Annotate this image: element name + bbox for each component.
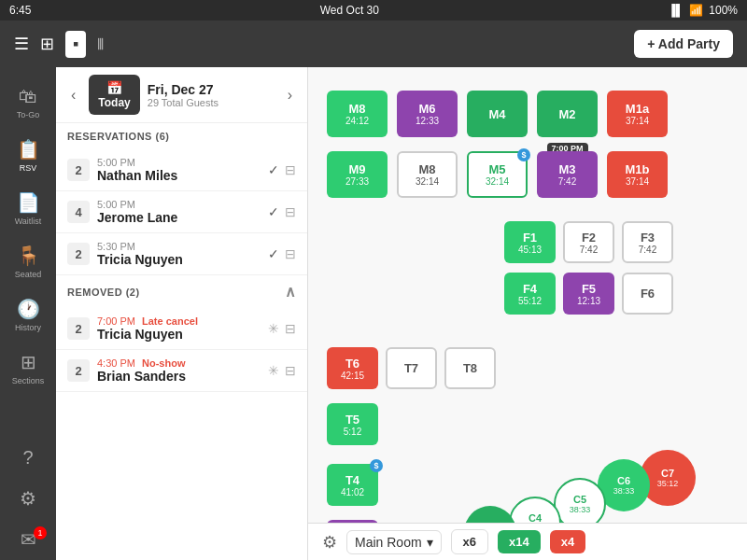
reservation-actions: ✓ ⊟ bbox=[268, 204, 296, 219]
reservation-item[interactable]: 2 5:30 PM Tricia Nguyen ✓ ⊟ bbox=[56, 233, 307, 275]
table-item-m3[interactable]: M37:42 bbox=[537, 151, 598, 198]
table-label: T7 bbox=[404, 361, 418, 375]
reservation-item[interactable]: 2 5:00 PM Nathan Miles ✓ ⊟ bbox=[56, 149, 307, 191]
table-label: C5 bbox=[573, 494, 586, 505]
layout-icon[interactable]: ⊟ bbox=[285, 204, 296, 219]
next-date-button[interactable]: › bbox=[282, 85, 298, 105]
table-label: C6 bbox=[617, 475, 630, 486]
layout-icon[interactable]: ⊟ bbox=[285, 321, 296, 336]
reservations-section-header: RESERVATIONS (6) bbox=[56, 123, 307, 149]
guest-name: Nathan Miles bbox=[97, 168, 261, 183]
grid-icon[interactable]: ⊞ bbox=[40, 34, 54, 54]
check-icon[interactable]: ✓ bbox=[268, 162, 279, 177]
layout-icon[interactable]: ⊟ bbox=[285, 162, 296, 177]
table-grid: M824:12M612:33M4M27:00 PMM1a37:14M927:33… bbox=[322, 81, 733, 523]
sidebar-item-rsv[interactable]: 📋 RSV bbox=[0, 129, 56, 182]
table-item-m6[interactable]: M612:33 bbox=[397, 91, 458, 137]
table-label: M4 bbox=[488, 107, 505, 121]
table-item-f4[interactable]: F455:12 bbox=[504, 273, 556, 315]
table-item-m9[interactable]: M927:33 bbox=[327, 151, 388, 198]
table-item-m5[interactable]: M532:14$ bbox=[467, 151, 528, 198]
columns-icon[interactable]: ⦀ bbox=[97, 35, 105, 54]
count-x6-button[interactable]: x6 bbox=[451, 529, 488, 554]
layout-icon[interactable]: ⊟ bbox=[285, 246, 296, 261]
sidebar-item-seated[interactable]: 🪑 Seated bbox=[0, 235, 56, 288]
table-item-m4[interactable]: M4 bbox=[467, 91, 528, 137]
sidebar-item-mail[interactable]: ✉ 1 bbox=[0, 519, 56, 560]
table-time: 32:14 bbox=[416, 176, 439, 187]
table-item-t5[interactable]: T55:12 bbox=[327, 403, 378, 445]
sidebar-item-waitlist[interactable]: 📄 Waitlist bbox=[0, 182, 56, 235]
table-item-t4[interactable]: T441:02$ bbox=[327, 464, 378, 506]
asterisk-icon[interactable]: ✳ bbox=[268, 321, 279, 336]
table-label: M8 bbox=[348, 102, 365, 116]
toggle-icon[interactable]: ∧ bbox=[285, 283, 297, 301]
sidebar-item-to-go[interactable]: 🛍 To-Go bbox=[0, 77, 56, 129]
reservation-info: 5:00 PM Jerome Lane bbox=[97, 199, 261, 225]
table-label: F5 bbox=[582, 282, 596, 296]
table-item-t7[interactable]: T7 bbox=[386, 347, 437, 389]
table-time: 12:33 bbox=[416, 116, 439, 126]
table-item-m1a[interactable]: M1a37:14 bbox=[607, 91, 668, 137]
table-item-t8[interactable]: T8 bbox=[444, 347, 496, 389]
reservation-time: 5:30 PM bbox=[97, 241, 261, 252]
count-x4-button[interactable]: x4 bbox=[550, 530, 585, 553]
table-label: M3 bbox=[558, 162, 575, 176]
table-time: 7:42 bbox=[580, 245, 598, 255]
table-item-f5[interactable]: F512:13 bbox=[563, 273, 614, 315]
table-item-m1b[interactable]: M1b37:14 bbox=[607, 151, 668, 198]
reservation-time: 5:00 PM bbox=[97, 199, 261, 210]
reservation-time: 4:30 PM No-show bbox=[97, 357, 261, 369]
table-time: 37:14 bbox=[626, 176, 649, 187]
table-time: 12:13 bbox=[577, 296, 600, 306]
check-icon[interactable]: ✓ bbox=[268, 204, 279, 219]
table-item-m8-1[interactable]: M824:12 bbox=[327, 91, 388, 137]
add-party-button[interactable]: + Add Party bbox=[634, 30, 733, 58]
table-time: 37:14 bbox=[626, 116, 649, 126]
reservation-actions: ✳ ⊟ bbox=[268, 363, 296, 378]
menu-icon[interactable]: ☰ bbox=[14, 34, 29, 54]
floor-content: M824:12M612:33M4M27:00 PMM1a37:14M927:33… bbox=[308, 67, 747, 523]
battery-label: 100% bbox=[709, 4, 738, 17]
reservation-item[interactable]: 4 5:00 PM Jerome Lane ✓ ⊟ bbox=[56, 191, 307, 233]
reservations-panel: ‹ 📅 Today Fri, Dec 27 29 Total Guests › … bbox=[56, 67, 308, 560]
sidebar-item-settings[interactable]: ⚙ bbox=[0, 478, 56, 519]
asterisk-icon[interactable]: ✳ bbox=[268, 363, 279, 378]
layout-icon[interactable]: ⊟ bbox=[285, 363, 296, 378]
sidebar-item-sections[interactable]: ⊞ Sections bbox=[0, 342, 56, 395]
floor-settings-icon[interactable]: ⚙ bbox=[322, 532, 337, 553]
removed-item[interactable]: 2 4:30 PM No-show Brian Sanders ✳ ⊟ bbox=[56, 350, 307, 392]
table-item-f1[interactable]: F145:13 bbox=[504, 221, 556, 263]
seated-icon: 🪑 bbox=[17, 245, 40, 267]
room-selector[interactable]: Main Room ▾ bbox=[346, 530, 442, 554]
reservation-actions: ✓ ⊟ bbox=[268, 162, 296, 177]
table-item-c3[interactable]: C3 bbox=[464, 506, 516, 523]
prev-date-button[interactable]: ‹ bbox=[65, 85, 81, 105]
removed-item[interactable]: 2 7:00 PM Late cancel Tricia Nguyen ✳ ⊟ bbox=[56, 308, 307, 350]
table-item-t6[interactable]: T642:15 bbox=[327, 347, 378, 389]
sidebar-item-help[interactable]: ? bbox=[0, 438, 56, 478]
table-item-m8-2[interactable]: M832:14 bbox=[397, 151, 458, 198]
table-label: F2 bbox=[582, 231, 596, 245]
table-item-m2[interactable]: M27:00 PM bbox=[537, 91, 598, 137]
sidebar-item-history[interactable]: 🕐 History bbox=[0, 288, 56, 342]
reservation-actions: ✳ ⊟ bbox=[268, 321, 296, 336]
count-x14-button[interactable]: x14 bbox=[498, 530, 541, 553]
chevron-down-icon: ▾ bbox=[427, 535, 433, 550]
square-icon[interactable]: ▪ bbox=[65, 31, 86, 58]
status-bar: 6:45 Wed Oct 30 ▐▌ 📶 100% bbox=[0, 0, 747, 21]
table-item-f3[interactable]: F37:42 bbox=[622, 221, 673, 263]
guest-count-badge: 4 bbox=[67, 201, 90, 223]
reservation-time: 5:00 PM bbox=[97, 157, 261, 168]
check-icon[interactable]: ✓ bbox=[268, 246, 279, 261]
table-item-c5[interactable]: C538:33 bbox=[554, 478, 606, 523]
history-icon: 🕐 bbox=[17, 298, 40, 320]
reservation-info: 4:30 PM No-show Brian Sanders bbox=[97, 357, 261, 384]
table-label: M9 bbox=[348, 162, 365, 176]
table-item-f2[interactable]: F27:42 bbox=[563, 221, 614, 263]
today-button[interactable]: 📅 Today bbox=[89, 75, 139, 115]
guest-count-badge: 2 bbox=[67, 359, 90, 382]
bag-icon: 🛍 bbox=[19, 86, 37, 107]
table-item-f6[interactable]: F6 bbox=[622, 273, 673, 315]
table-label: F1 bbox=[523, 231, 537, 245]
